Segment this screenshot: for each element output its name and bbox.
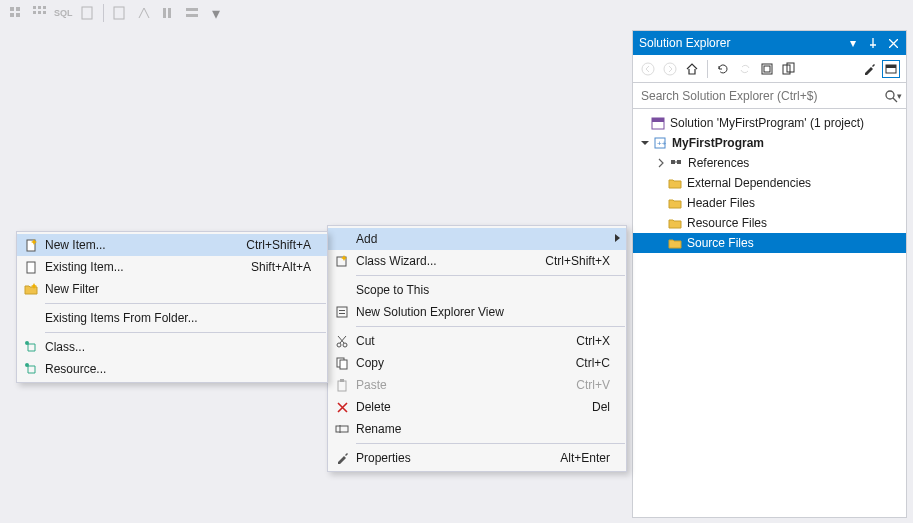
svg-rect-3 — [16, 13, 20, 17]
collapse-arrow-icon[interactable] — [639, 137, 651, 149]
folder-icon — [667, 215, 683, 231]
svg-rect-7 — [33, 11, 36, 14]
nav-back-icon[interactable] — [639, 60, 657, 78]
menu-cut[interactable]: CutCtrl+X — [328, 330, 626, 352]
svg-rect-2 — [10, 13, 14, 17]
menu-rename[interactable]: Rename — [328, 418, 626, 440]
search-row: ▾ — [633, 83, 906, 109]
svg-rect-19 — [764, 66, 770, 72]
panel-title-bar[interactable]: Solution Explorer ▾ — [633, 31, 906, 55]
tool-a-icon[interactable] — [110, 3, 130, 23]
solution-explorer-panel: Solution Explorer ▾ ▾ Solution 'MyFirstP… — [632, 30, 907, 518]
tool-page-icon[interactable] — [77, 3, 97, 23]
existing-item-icon — [17, 260, 45, 274]
tree-solution[interactable]: Solution 'MyFirstProgram' (1 project) — [633, 113, 906, 133]
search-input[interactable] — [637, 87, 884, 105]
svg-point-44 — [25, 341, 29, 345]
folder-icon — [667, 235, 683, 251]
svg-rect-23 — [886, 65, 896, 68]
svg-rect-13 — [168, 8, 171, 18]
tool-d-icon[interactable] — [182, 3, 202, 23]
expand-arrow-icon[interactable] — [655, 157, 667, 169]
preview-icon[interactable] — [882, 60, 900, 78]
submenu-arrow-icon — [614, 232, 622, 246]
nav-forward-icon[interactable] — [661, 60, 679, 78]
tree-sources[interactable]: Source Files — [633, 233, 906, 253]
svg-rect-38 — [340, 360, 347, 369]
tree-headers[interactable]: Header Files — [633, 193, 906, 213]
wizard-icon — [328, 254, 356, 268]
tree-external-label: External Dependencies — [687, 176, 811, 190]
tool-grid2-icon[interactable] — [30, 3, 50, 23]
top-toolbar: SQL ▾ — [0, 0, 913, 26]
submenu-class[interactable]: Class... — [17, 336, 327, 358]
svg-rect-9 — [43, 11, 46, 14]
tree-resources[interactable]: Resource Files — [633, 213, 906, 233]
properties-icon[interactable] — [860, 60, 878, 78]
menu-delete[interactable]: DeleteDel — [328, 396, 626, 418]
menu-add[interactable]: Add — [328, 228, 626, 250]
svg-rect-8 — [38, 11, 41, 14]
svg-rect-34 — [339, 313, 345, 314]
tree-project-label: MyFirstProgram — [672, 136, 764, 150]
resource-icon — [17, 362, 45, 376]
sync-icon[interactable] — [736, 60, 754, 78]
copy-icon — [328, 356, 356, 370]
class-icon — [17, 340, 45, 354]
tool-sql-icon[interactable]: SQL — [54, 3, 73, 23]
svg-rect-39 — [338, 381, 346, 391]
svg-rect-5 — [38, 6, 41, 9]
new-item-icon — [17, 238, 45, 252]
tool-c-icon[interactable] — [158, 3, 178, 23]
folder-icon — [667, 195, 683, 211]
new-view-icon — [328, 305, 356, 319]
show-all-icon[interactable] — [780, 60, 798, 78]
collapse-icon[interactable] — [758, 60, 776, 78]
solution-tree[interactable]: Solution 'MyFirstProgram' (1 project) ++… — [633, 109, 906, 257]
panel-close-icon[interactable] — [886, 36, 900, 50]
panel-menu-icon[interactable]: ▾ — [846, 36, 860, 50]
svg-rect-40 — [340, 379, 344, 382]
svg-rect-43 — [27, 262, 35, 273]
tool-b-icon[interactable] — [134, 3, 154, 23]
tree-solution-label: Solution 'MyFirstProgram' (1 project) — [670, 116, 864, 130]
search-icon[interactable]: ▾ — [884, 87, 902, 105]
tool-grid-icon[interactable] — [6, 3, 26, 23]
menu-new-view[interactable]: New Solution Explorer View — [328, 301, 626, 323]
new-filter-icon — [17, 282, 45, 296]
submenu-new-filter[interactable]: New Filter — [17, 278, 327, 300]
submenu-new-item[interactable]: New Item...Ctrl+Shift+A — [17, 234, 327, 256]
cut-icon — [328, 334, 356, 348]
svg-rect-29 — [671, 160, 675, 164]
tree-references[interactable]: References — [633, 153, 906, 173]
panel-pin-icon[interactable] — [866, 36, 880, 50]
submenu-existing-folder[interactable]: Existing Items From Folder... — [17, 307, 327, 329]
svg-point-16 — [642, 63, 654, 75]
menu-properties[interactable]: PropertiesAlt+Enter — [328, 447, 626, 469]
svg-rect-32 — [337, 307, 347, 317]
tool-dropdown-icon[interactable]: ▾ — [206, 3, 226, 23]
tree-external[interactable]: External Dependencies — [633, 173, 906, 193]
project-icon: ++ — [652, 135, 668, 151]
submenu-existing-item[interactable]: Existing Item...Shift+Alt+A — [17, 256, 327, 278]
menu-paste: PasteCtrl+V — [328, 374, 626, 396]
references-icon — [668, 155, 684, 171]
delete-icon — [328, 401, 356, 414]
refresh-icon[interactable] — [714, 60, 732, 78]
panel-title-text: Solution Explorer — [639, 36, 730, 50]
svg-rect-1 — [16, 7, 20, 11]
folder-icon — [667, 175, 683, 191]
context-menu: Add Class Wizard... Ctrl+Shift+X Scope t… — [327, 225, 627, 472]
menu-class-wizard[interactable]: Class Wizard... Ctrl+Shift+X — [328, 250, 626, 272]
tree-project[interactable]: ++ MyFirstProgram — [633, 133, 906, 153]
svg-rect-11 — [114, 7, 124, 19]
svg-rect-33 — [339, 310, 345, 311]
add-submenu: New Item...Ctrl+Shift+A Existing Item...… — [16, 231, 328, 383]
submenu-resource[interactable]: Resource... — [17, 358, 327, 380]
tree-headers-label: Header Files — [687, 196, 755, 210]
home-icon[interactable] — [683, 60, 701, 78]
svg-rect-4 — [33, 6, 36, 9]
svg-rect-12 — [163, 8, 166, 18]
menu-scope[interactable]: Scope to This — [328, 279, 626, 301]
menu-copy[interactable]: CopyCtrl+C — [328, 352, 626, 374]
